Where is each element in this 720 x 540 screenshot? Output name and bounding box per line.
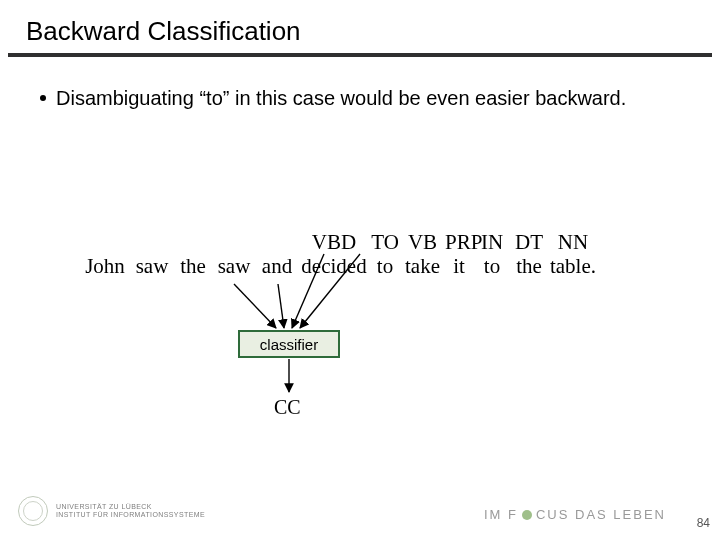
word-cell: take [400,254,445,280]
tag-cell: VBD [298,230,370,254]
tag-cell [256,230,298,254]
bullet-dot-icon [40,95,46,101]
word-cell: it [445,254,473,280]
uni-line1: UNIVERSITÄT ZU LÜBECK [56,503,205,511]
word-cell: to [370,254,400,280]
word-cell: the [174,254,212,280]
bullet-area: Disambiguating “to” in this case would b… [0,57,720,111]
tag-cell: IN [473,230,511,254]
page-number: 84 [697,516,710,530]
motto-suffix: CUS DAS LEBEN [536,507,666,522]
sentence-diagram: VBD TO VB PRP IN DT NN John saw the saw … [80,230,640,280]
svg-line-0 [234,284,276,328]
university-name: UNIVERSITÄT ZU LÜBECK INSTITUT FÜR INFOR… [56,503,205,518]
svg-line-1 [278,284,284,328]
word-cell: and [256,254,298,280]
motto-prefix: IM F [484,507,518,522]
bullet-text: Disambiguating “to” in this case would b… [56,85,626,111]
tag-cell [212,230,256,254]
tag-cell [130,230,174,254]
tag-cell: NN [547,230,599,254]
word-cell: decided [298,254,370,280]
bullet-item: Disambiguating “to” in this case would b… [40,85,720,111]
pos-tag-row: VBD TO VB PRP IN DT NN [80,230,640,254]
word-row: John saw the saw and decided to take it … [80,254,640,280]
footer-motto: IM FCUS DAS LEBEN [484,507,666,522]
slide-title: Backward Classification [0,0,720,53]
word-cell: the [511,254,547,280]
word-cell: to [473,254,511,280]
tag-cell [80,230,130,254]
word-cell: saw [130,254,174,280]
tag-cell: TO [370,230,400,254]
university-seal-icon [18,496,48,526]
word-cell: saw [212,254,256,280]
focus-dot-icon [522,510,532,520]
output-tag: CC [274,396,301,419]
footer-left: UNIVERSITÄT ZU LÜBECK INSTITUT FÜR INFOR… [18,496,205,526]
tag-cell: PRP [445,230,473,254]
word-cell: table. [547,254,599,280]
classifier-label: classifier [260,336,318,353]
tag-cell: VB [400,230,445,254]
tag-cell: DT [511,230,547,254]
word-cell: John [80,254,130,280]
uni-line2: INSTITUT FÜR INFORMATIONSSYSTEME [56,511,205,519]
tag-cell [174,230,212,254]
classifier-box: classifier [238,330,340,358]
